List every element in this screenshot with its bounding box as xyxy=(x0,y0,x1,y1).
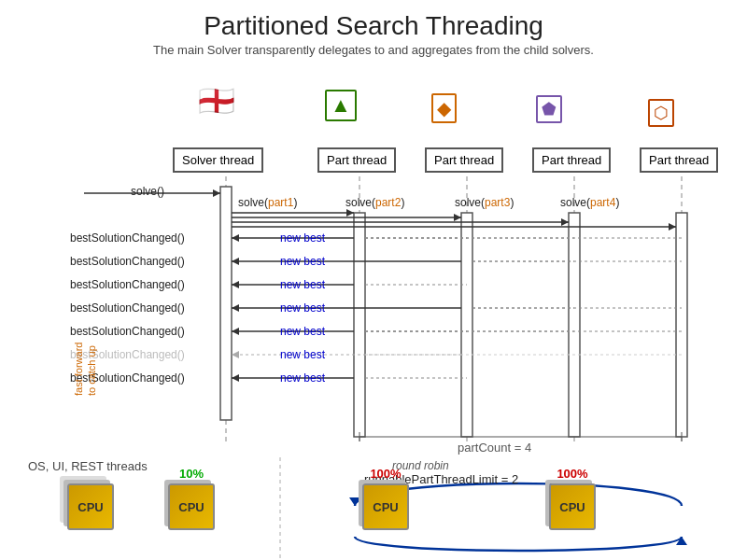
solve-part3-label: solve(part3) xyxy=(455,196,514,209)
page-title: Partitioned Search Threading xyxy=(0,0,747,41)
part-thread-box-2: Part thread xyxy=(425,147,503,173)
cpu3-wrapper: CPU 100% xyxy=(362,483,409,530)
solver-thread-box: Solver thread xyxy=(173,147,263,173)
svg-marker-17 xyxy=(561,218,569,226)
fast-forward-label-wrapper: fast forwardto catch up xyxy=(58,331,114,406)
part-thread-box-1: Part thread xyxy=(317,147,396,173)
best-changed-2: bestSolutionChanged() xyxy=(70,255,185,268)
cpu4-box: CPU xyxy=(549,483,596,530)
part-thread-box-3: Part thread xyxy=(532,147,611,173)
new-best-2: new best xyxy=(280,255,325,268)
cpu4-wrapper: CPU 100% xyxy=(549,483,596,530)
diagram-container: Partitioned Search Threading The main So… xyxy=(0,0,747,560)
os-label: OS, UI, REST threads xyxy=(28,459,148,473)
svg-marker-21 xyxy=(232,234,239,242)
part-thread-box-4: Part thread xyxy=(640,147,718,173)
svg-rect-5 xyxy=(220,187,232,420)
part1-map-icon: ▲ xyxy=(325,90,357,121)
svg-rect-9 xyxy=(676,213,687,437)
svg-marker-51 xyxy=(676,537,687,545)
cpu1-box: CPU xyxy=(67,483,114,530)
part3-map-icon: ⬟ xyxy=(536,95,562,123)
cpu3-pct: 100% xyxy=(370,467,401,481)
partcount-label: partCount = 4 xyxy=(458,441,531,455)
svg-marker-37 xyxy=(232,328,239,335)
part2-map-icon: ◆ xyxy=(431,93,457,123)
cpu2-pct: 10% xyxy=(179,467,204,481)
best-changed-3: bestSolutionChanged() xyxy=(70,278,185,291)
new-best-5: new best xyxy=(280,325,325,338)
new-best-4: new best xyxy=(280,301,325,315)
best-changed-1: bestSolutionChanged() xyxy=(70,231,185,245)
svg-rect-7 xyxy=(461,213,472,437)
cpu4-pct: 100% xyxy=(557,467,587,481)
svg-marker-45 xyxy=(232,374,239,382)
best-changed-4: bestSolutionChanged() xyxy=(70,301,185,315)
solve-part1-label: solve(part1) xyxy=(238,196,297,209)
svg-rect-8 xyxy=(569,213,580,437)
svg-marker-13 xyxy=(346,209,354,217)
svg-marker-50 xyxy=(349,497,360,506)
new-best-7: new best xyxy=(280,371,325,385)
cpu2-wrapper: CPU 10% xyxy=(168,483,215,530)
svg-marker-30 xyxy=(232,281,239,288)
svg-marker-42 xyxy=(232,351,239,358)
fast-forward-label: fast forwardto catch up xyxy=(73,342,100,395)
solve-label: solve() xyxy=(131,185,164,198)
svg-marker-15 xyxy=(454,214,461,221)
svg-rect-6 xyxy=(354,213,365,437)
svg-marker-26 xyxy=(232,258,239,265)
uk-map-icon: 🏴󠁧󠁢󠁥󠁮󠁧󠁿 xyxy=(198,86,235,116)
solve-part4-label: solve(part4) xyxy=(560,196,619,209)
new-best-3: new best xyxy=(280,278,325,291)
cpu2-box: CPU xyxy=(168,483,215,530)
svg-marker-33 xyxy=(232,304,239,312)
part4-map-icon: ⬡ xyxy=(648,99,674,127)
cpu3-box: CPU xyxy=(362,483,409,530)
svg-marker-19 xyxy=(669,223,676,231)
new-best-6: new best xyxy=(280,348,325,361)
new-best-1: new best xyxy=(280,231,325,245)
svg-marker-11 xyxy=(213,189,220,197)
page-subtitle: The main Solver transparently delegates … xyxy=(0,43,747,57)
cpu1-wrapper: CPU xyxy=(67,483,114,530)
solve-part2-label: solve(part2) xyxy=(345,196,404,209)
